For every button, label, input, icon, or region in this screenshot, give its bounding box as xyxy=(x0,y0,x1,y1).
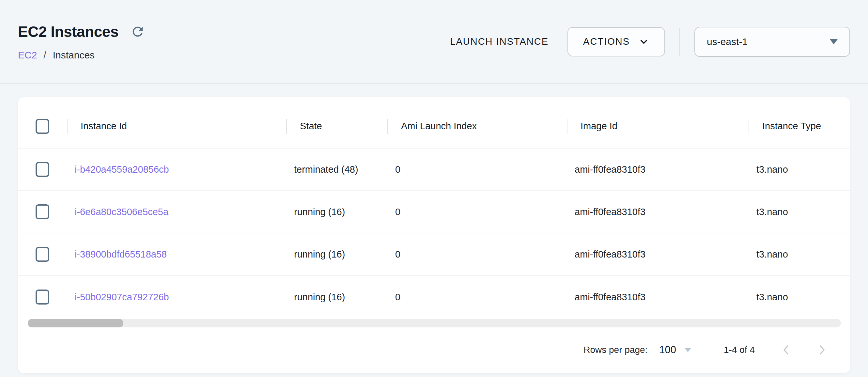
ec2-instances-page: EC2 Instances EC2 / Instances LAUNCH INS… xyxy=(0,0,868,373)
table-row[interactable]: i-6e6a80c3506e5ce5a running (16) 0 ami-f… xyxy=(18,191,850,233)
select-all-checkbox[interactable] xyxy=(36,119,49,134)
image-id-cell: ami-ff0fea8310f3 xyxy=(567,164,749,175)
image-id-cell: ami-ff0fea8310f3 xyxy=(567,207,749,217)
table-row[interactable]: i-50b02907ca792726b running (16) 0 ami-f… xyxy=(18,276,850,318)
table-row[interactable]: i-38900bdfd65518a58 running (16) 0 ami-f… xyxy=(18,233,850,276)
launch-instance-button[interactable]: LAUNCH INSTANCE xyxy=(450,36,549,47)
previous-page-button[interactable] xyxy=(776,340,796,360)
ami-launch-index-cell: 0 xyxy=(388,292,567,303)
refresh-icon xyxy=(130,24,145,39)
state-cell: running (16) xyxy=(286,207,388,217)
state-cell: running (16) xyxy=(286,292,388,303)
breadcrumb-current: Instances xyxy=(53,50,95,61)
rows-per-page-select[interactable]: 100 xyxy=(659,344,691,356)
state-cell: terminated (48) xyxy=(286,164,388,175)
table-body: i-b420a4559a20856cb terminated (48) 0 am… xyxy=(18,149,850,318)
row-checkbox[interactable] xyxy=(36,289,49,305)
instance-id-link[interactable]: i-b420a4559a20856cb xyxy=(75,164,169,175)
breadcrumb-separator: / xyxy=(43,50,46,61)
column-header-instance-id[interactable]: Instance Id xyxy=(67,116,286,136)
instance-id-link[interactable]: i-38900bdfd65518a58 xyxy=(75,249,167,259)
refresh-button[interactable] xyxy=(130,24,145,39)
chevron-right-icon xyxy=(815,343,829,357)
column-header-image-id[interactable]: Image Id xyxy=(567,116,749,136)
chevron-left-icon xyxy=(779,343,793,357)
state-cell: running (16) xyxy=(286,249,388,260)
region-select[interactable]: us-east-1 xyxy=(694,27,850,57)
instance-type-cell: t3.nano xyxy=(749,292,850,303)
caret-down-icon xyxy=(830,39,838,44)
header-actions: LAUNCH INSTANCE ACTIONS us-east-1 xyxy=(450,27,850,57)
table-row[interactable]: i-b420a4559a20856cb terminated (48) 0 am… xyxy=(18,149,850,191)
instance-id-link[interactable]: i-6e6a80c3506e5ce5a xyxy=(75,207,168,217)
instance-type-cell: t3.nano xyxy=(749,164,850,175)
column-header-instance-type[interactable]: Instance Type xyxy=(749,116,850,136)
page-title: EC2 Instances xyxy=(18,23,119,40)
ami-launch-index-cell: 0 xyxy=(388,207,567,217)
row-checkbox[interactable] xyxy=(36,204,49,219)
breadcrumb: EC2 / Instances xyxy=(18,50,145,61)
header-checkbox-cell xyxy=(18,119,67,134)
page-header: EC2 Instances EC2 / Instances LAUNCH INS… xyxy=(0,0,868,84)
instance-id-link[interactable]: i-50b02907ca792726b xyxy=(75,292,169,302)
breadcrumb-ec2-link[interactable]: EC2 xyxy=(18,50,37,61)
instances-table-card: Instance Id State Ami Launch Index Image… xyxy=(18,97,850,373)
pagination-bar: Rows per page: 100 1-4 of 4 xyxy=(18,327,850,373)
caret-down-icon xyxy=(685,348,691,352)
row-checkbox[interactable] xyxy=(36,247,49,262)
image-id-cell: ami-ff0fea8310f3 xyxy=(567,292,749,303)
region-select-value: us-east-1 xyxy=(707,36,748,47)
table-header-row: Instance Id State Ami Launch Index Image… xyxy=(18,97,850,149)
chevron-down-icon xyxy=(638,36,649,47)
column-header-ami-launch-index[interactable]: Ami Launch Index xyxy=(388,116,567,136)
ami-launch-index-cell: 0 xyxy=(388,164,567,175)
header-left: EC2 Instances EC2 / Instances xyxy=(18,23,145,61)
image-id-cell: ami-ff0fea8310f3 xyxy=(567,249,749,260)
actions-button-label: ACTIONS xyxy=(583,36,630,47)
horizontal-scrollbar[interactable] xyxy=(28,319,841,327)
ami-launch-index-cell: 0 xyxy=(388,249,567,260)
rows-per-page-value: 100 xyxy=(659,344,676,356)
pagination-range: 1-4 of 4 xyxy=(724,345,755,355)
instance-type-cell: t3.nano xyxy=(749,207,850,217)
scrollbar-thumb[interactable] xyxy=(28,319,123,327)
actions-button[interactable]: ACTIONS xyxy=(567,27,665,57)
rows-per-page-label: Rows per page: xyxy=(584,345,647,355)
next-page-button[interactable] xyxy=(812,340,832,360)
column-header-state[interactable]: State xyxy=(286,116,388,136)
instance-type-cell: t3.nano xyxy=(749,249,850,260)
header-vertical-divider xyxy=(679,28,680,56)
row-checkbox[interactable] xyxy=(36,162,49,177)
